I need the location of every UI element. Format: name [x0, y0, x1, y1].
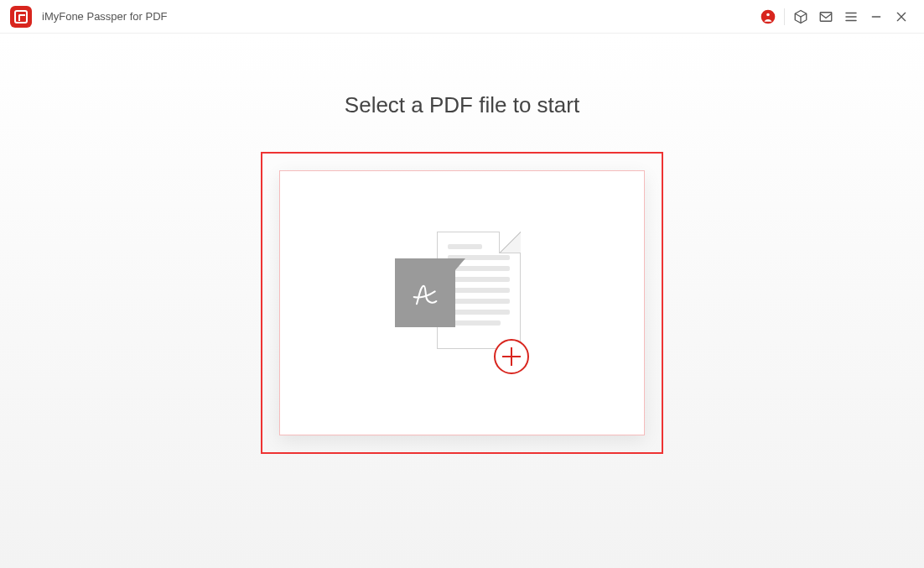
file-drop-inner	[279, 170, 645, 435]
svg-rect-2	[820, 12, 832, 21]
divider	[784, 8, 785, 25]
add-file-plus-icon	[494, 339, 529, 374]
app-logo-icon	[10, 6, 32, 28]
feedback-button[interactable]	[813, 4, 838, 29]
page-heading: Select a PDF file to start	[345, 92, 579, 118]
minimize-icon	[869, 10, 883, 23]
minimize-button[interactable]	[864, 4, 889, 29]
products-button[interactable]	[788, 4, 813, 29]
main-content: Select a PDF file to start	[0, 34, 924, 568]
app-title: iMyFone Passper for PDF	[42, 10, 168, 23]
menu-icon	[844, 9, 859, 24]
account-icon	[760, 8, 776, 25]
svg-point-1	[766, 12, 770, 16]
pdf-file-icon	[395, 232, 529, 374]
titlebar: iMyFone Passper for PDF	[0, 0, 924, 34]
file-drop-zone[interactable]	[261, 152, 663, 454]
close-button[interactable]	[889, 4, 914, 29]
mail-icon	[818, 9, 833, 24]
menu-button[interactable]	[838, 4, 864, 29]
account-button[interactable]	[755, 4, 781, 29]
close-icon	[895, 10, 908, 23]
box-icon	[793, 9, 808, 24]
adobe-pdf-icon	[395, 258, 455, 327]
